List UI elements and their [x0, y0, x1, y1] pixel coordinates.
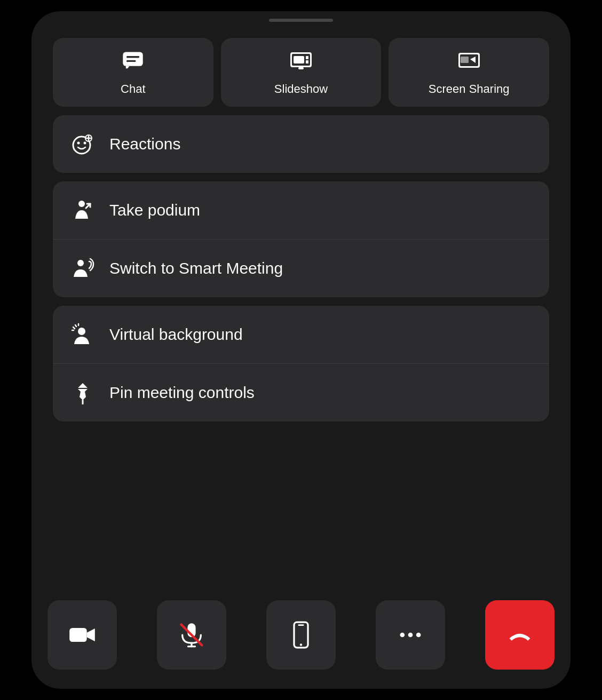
slideshow-button[interactable]: Slideshow: [221, 38, 382, 107]
svg-rect-6: [306, 56, 308, 59]
svg-point-33: [300, 643, 302, 646]
chat-button[interactable]: Chat: [53, 38, 213, 107]
reactions-item[interactable]: Reactions: [53, 115, 549, 173]
phone-screen-button[interactable]: [266, 600, 336, 670]
slideshow-icon: [289, 50, 313, 77]
mute-button[interactable]: [157, 600, 226, 670]
pin-meeting-controls-label: Pin meeting controls: [109, 384, 255, 402]
main-content: Chat Slideshow: [31, 22, 571, 590]
top-action-row: Chat Slideshow: [53, 38, 549, 107]
svg-line-22: [75, 325, 76, 327]
svg-rect-11: [461, 57, 469, 63]
svg-rect-27: [69, 628, 87, 642]
reactions-card: Reactions: [53, 115, 549, 173]
svg-line-21: [73, 327, 75, 329]
chat-icon: [121, 50, 145, 77]
take-podium-item[interactable]: Take podium: [53, 181, 549, 239]
chat-label: Chat: [121, 82, 145, 96]
smart-meeting-icon: [69, 254, 97, 282]
screen-sharing-label: Screen Sharing: [429, 82, 510, 96]
virtual-background-label: Virtual background: [109, 325, 243, 344]
svg-rect-8: [298, 67, 304, 69]
svg-point-20: [78, 328, 85, 335]
switch-smart-meeting-item[interactable]: Switch to Smart Meeting: [53, 239, 549, 297]
svg-rect-7: [306, 60, 308, 63]
svg-rect-1: [126, 56, 139, 58]
reactions-icon: [69, 130, 97, 158]
svg-rect-2: [126, 60, 136, 62]
bottom-toolbar: [31, 590, 571, 689]
svg-point-36: [408, 633, 413, 638]
camera-button[interactable]: [47, 600, 117, 670]
svg-point-35: [400, 633, 405, 638]
more-button[interactable]: [376, 600, 445, 670]
podium-section-card: Take podium Switch to Smart Meeting: [53, 181, 549, 297]
pin-meeting-controls-item[interactable]: Pin meeting controls: [53, 363, 549, 421]
svg-point-13: [77, 142, 80, 145]
virtual-background-icon: [69, 321, 97, 348]
reactions-label: Reactions: [109, 135, 180, 153]
svg-point-37: [416, 633, 421, 638]
screen-sharing-button[interactable]: Screen Sharing: [389, 38, 549, 107]
misc-section-card: Virtual background Pin meeting controls: [53, 306, 549, 421]
podium-icon: [69, 196, 97, 224]
svg-point-19: [77, 260, 84, 266]
screen-sharing-icon: [457, 50, 481, 77]
svg-point-18: [78, 201, 85, 207]
pin-icon: [69, 379, 97, 407]
svg-point-14: [84, 142, 86, 145]
end-call-button[interactable]: [485, 600, 555, 670]
take-podium-label: Take podium: [109, 201, 200, 219]
svg-rect-5: [294, 56, 304, 63]
switch-smart-meeting-label: Switch to Smart Meeting: [109, 259, 283, 277]
slideshow-label: Slideshow: [274, 82, 328, 96]
virtual-background-item[interactable]: Virtual background: [53, 306, 549, 363]
device-frame: Chat Slideshow: [31, 11, 571, 689]
svg-rect-0: [123, 52, 143, 66]
